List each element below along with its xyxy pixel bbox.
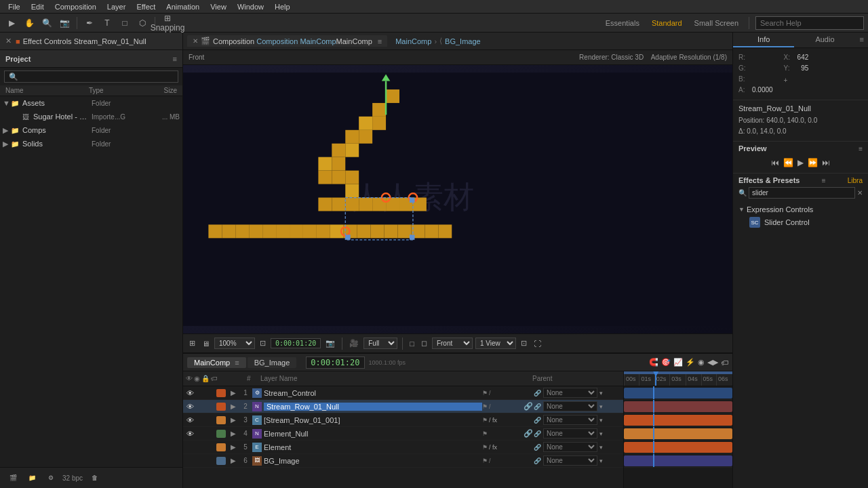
layer-2-color[interactable] [216, 403, 226, 411]
layer-2-expand[interactable]: ▶ [228, 403, 239, 410]
workspace-standard[interactable]: Standard [648, 19, 686, 27]
snapping-btn[interactable]: ⊞ Snapping [160, 16, 175, 30]
select-tool[interactable]: ▶ [4, 16, 19, 30]
zoom-select[interactable]: 100% [214, 338, 255, 349]
viewer-expand-btn[interactable]: ⊡ [519, 339, 529, 348]
track-row-2[interactable] [624, 400, 732, 413]
tl-collapse-btn[interactable]: ◀▶ [707, 358, 718, 367]
ec-close-btn[interactable]: ✕ [5, 37, 12, 45]
new-folder-btn[interactable]: 📁 [24, 470, 39, 485]
layer-4-sw1[interactable]: ⚑ [482, 430, 488, 437]
layer-1-sw1[interactable]: ⚑ [482, 390, 488, 396]
prev-fwd-btn[interactable]: ⏩ [808, 158, 818, 167]
layer-6-slash[interactable]: / [489, 458, 491, 464]
text-tool[interactable]: T [100, 16, 115, 30]
prev-first-btn[interactable]: ⏮ [771, 158, 779, 167]
layer-4-eye[interactable]: 👁 [184, 430, 195, 438]
preview-menu[interactable]: ≡ [859, 145, 863, 152]
fx-clear-btn[interactable]: ✕ [857, 189, 863, 197]
fx-cat-header-expr[interactable]: ▼ Expression Controls [738, 204, 863, 215]
layer-5-parent-select[interactable]: None [543, 442, 597, 452]
track-row-1[interactable] [624, 386, 732, 400]
shape-tool[interactable]: □ [117, 16, 132, 30]
layer-2-eye[interactable]: 👁 [184, 403, 195, 411]
menu-layer[interactable]: Layer [102, 3, 132, 11]
prev-last-btn[interactable]: ⏭ [822, 158, 830, 167]
rp-menu-btn[interactable]: ≡ [856, 33, 868, 47]
pen-tool[interactable]: ✒ [82, 16, 97, 30]
track-row-4[interactable] [624, 427, 732, 441]
quality-select[interactable]: Full [363, 338, 397, 349]
timeline-tab-bgimage[interactable]: BG_Image [248, 357, 297, 368]
camera-icon-btn[interactable]: 📷 [323, 339, 337, 348]
prev-back-btn[interactable]: ⏪ [783, 158, 793, 167]
comp-tab-close-btn[interactable]: ✕ [193, 37, 198, 45]
layer-row-5[interactable]: ▶ 5 E Element ⚑ / fx 🔗 No [183, 441, 623, 454]
tree-item-assets[interactable]: ▼ 📁 Assets Folder [0, 96, 182, 110]
layer-6-color[interactable] [216, 457, 226, 465]
tl-motion-btn[interactable]: 🎯 [661, 358, 671, 367]
layer-2-parent-select[interactable]: None [543, 401, 597, 411]
tl-marker-btn[interactable]: 🏷 [721, 358, 728, 367]
info-tab[interactable]: Info [733, 33, 794, 47]
layer-5-fx[interactable]: / fx [489, 444, 497, 451]
timeline-timecode[interactable]: 0:00:01:20 [306, 357, 364, 369]
project-search-input[interactable] [4, 70, 178, 83]
menu-file[interactable]: File [3, 3, 26, 11]
layer-4-parent-select[interactable]: None [543, 428, 597, 439]
fx-search-input[interactable] [749, 187, 855, 199]
layer-row-1[interactable]: 👁 ▶ 1 ⚙ Stream_Control ⚑ / [183, 386, 623, 400]
timeline-tab-menu[interactable]: ≡ [235, 359, 239, 367]
tree-item-solids[interactable]: ▶ 📁 Solids Folder [0, 137, 182, 150]
menu-view[interactable]: View [205, 3, 232, 11]
comp-tab-menu[interactable]: ≡ [378, 37, 382, 45]
layer-6-sw1[interactable]: ⚑ [482, 458, 488, 464]
layer-1-slash[interactable]: / [489, 390, 491, 396]
menu-animation[interactable]: Animation [161, 3, 205, 11]
layer-2-slash[interactable]: / [489, 403, 491, 410]
effects-menu-btn[interactable]: ≡ [822, 177, 826, 184]
viewer-display-btn[interactable]: 🖥 [200, 340, 212, 348]
fx-item-slider-control[interactable]: SC Slider Control [738, 215, 863, 230]
layer-row-2[interactable]: 👁 ▶ 2 N Stream_Row_01_Null ⚑ / [183, 400, 623, 413]
menu-edit[interactable]: Edit [26, 3, 50, 11]
menu-effect[interactable]: Effect [131, 3, 161, 11]
layer-5-sw1[interactable]: ⚑ [482, 444, 488, 451]
layer-3-color[interactable] [216, 416, 226, 424]
layer-1-parent-select[interactable]: None [543, 388, 597, 398]
camera-tool[interactable]: 📷 [57, 16, 72, 30]
prev-play-btn[interactable]: ▶ [797, 158, 804, 167]
track-row-5[interactable] [624, 441, 732, 454]
layer-6-expand[interactable]: ▶ [228, 457, 239, 464]
active-cam-btn[interactable]: 🎥 [347, 339, 361, 348]
viewer-fullscreen-btn[interactable]: ⛶ [532, 340, 543, 348]
layer-3-eye[interactable]: 👁 [184, 416, 195, 424]
timeline-tab-maincomp[interactable]: MainComp ≡ [187, 357, 246, 368]
viewer-toggle2[interactable]: ◻ [419, 339, 429, 348]
track-row-6[interactable] [624, 454, 732, 468]
layer-5-color[interactable] [216, 443, 226, 451]
audio-tab[interactable]: Audio [794, 33, 855, 47]
breadcrumb-maincomp[interactable]: MainComp [395, 37, 431, 45]
viewer-toggle1[interactable]: □ [408, 340, 416, 348]
layer-2-link[interactable]: 🔗 [523, 402, 534, 411]
layer-4-link[interactable]: 🔗 [523, 429, 534, 438]
track-row-3[interactable] [624, 413, 732, 427]
viewer-canvas[interactable]: 人人素材 [183, 65, 732, 333]
layer-2-sw1[interactable]: ⚑ [482, 403, 488, 410]
tl-magnet-btn[interactable]: 🧲 [649, 358, 658, 367]
tree-item-comps[interactable]: ▶ 📁 Comps Folder [0, 123, 182, 137]
swap-btn[interactable]: + [784, 77, 809, 84]
layer-3-parent-select[interactable]: None [543, 415, 597, 425]
layer-3-expand[interactable]: ▶ [228, 416, 239, 424]
effects-library[interactable]: Libra [848, 177, 863, 184]
delete-btn[interactable]: 🗑 [87, 470, 102, 485]
layer-row-3[interactable]: 👁 ▶ 3 C [Stream_Row_01_001] ⚑ / fx [183, 413, 623, 427]
layer-1-expand[interactable]: ▶ [228, 389, 239, 396]
tl-mode-btn[interactable]: ⚡ [686, 358, 695, 367]
comp-tab-main[interactable]: ✕ 🎬 Composition Composition MainCompMain… [187, 35, 387, 47]
menu-composition[interactable]: Composition [50, 3, 102, 11]
layer-1-color[interactable] [216, 389, 226, 397]
layer-5-expand[interactable]: ▶ [228, 443, 239, 451]
hand-tool[interactable]: ✋ [22, 16, 37, 30]
